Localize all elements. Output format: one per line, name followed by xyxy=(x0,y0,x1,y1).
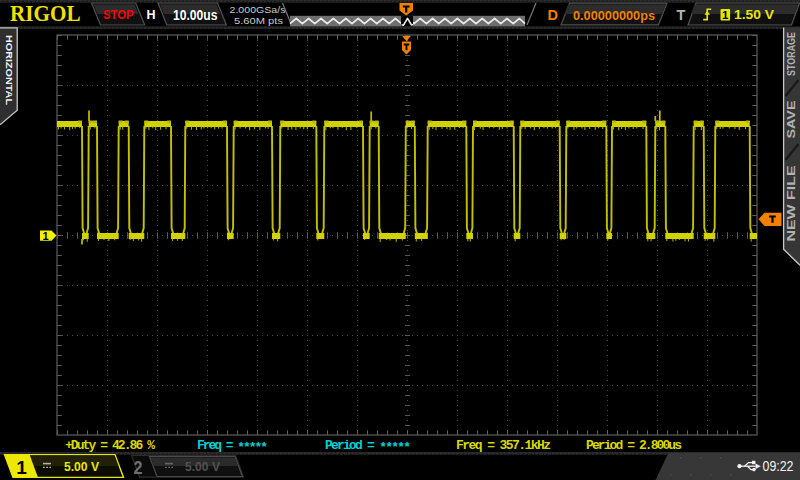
svg-text:Period = *****: Period = ***** xyxy=(325,438,411,455)
svg-text:5.60M pts: 5.60M pts xyxy=(234,15,283,26)
svg-text:2.000GSa/s: 2.000GSa/s xyxy=(230,4,286,15)
svg-text:H: H xyxy=(147,8,156,22)
svg-text:Freq = 357.1kHz: Freq = 357.1kHz xyxy=(456,438,551,453)
svg-text:5.00 V: 5.00 V xyxy=(185,459,220,474)
svg-text:1.50 V: 1.50 V xyxy=(734,7,774,22)
svg-text:0.00000000ps: 0.00000000ps xyxy=(573,8,655,23)
svg-text:5.00 V: 5.00 V xyxy=(64,459,99,474)
svg-text:T: T xyxy=(677,7,686,23)
svg-text:Freq = *****: Freq = ***** xyxy=(197,438,268,455)
svg-text:NEW FILE: NEW FILE xyxy=(786,165,797,242)
svg-text:2: 2 xyxy=(134,458,143,478)
svg-text:09:22: 09:22 xyxy=(763,458,794,474)
svg-text:10.00us: 10.00us xyxy=(173,7,218,23)
svg-text:STORAGE: STORAGE xyxy=(786,32,797,76)
svg-text:RIGOL: RIGOL xyxy=(10,1,81,26)
svg-text:D: D xyxy=(548,7,558,23)
svg-text:STOP: STOP xyxy=(103,7,134,22)
svg-text:+Duty = 42.86 %: +Duty = 42.86 % xyxy=(65,438,155,453)
svg-text:HORIZONTAL: HORIZONTAL xyxy=(4,35,15,105)
svg-text:SAVE: SAVE xyxy=(786,100,797,138)
svg-text:1: 1 xyxy=(16,457,27,478)
svg-text:Period = 2.800us: Period = 2.800us xyxy=(586,438,682,453)
svg-text:1: 1 xyxy=(722,9,729,21)
svg-text:1: 1 xyxy=(42,230,48,242)
